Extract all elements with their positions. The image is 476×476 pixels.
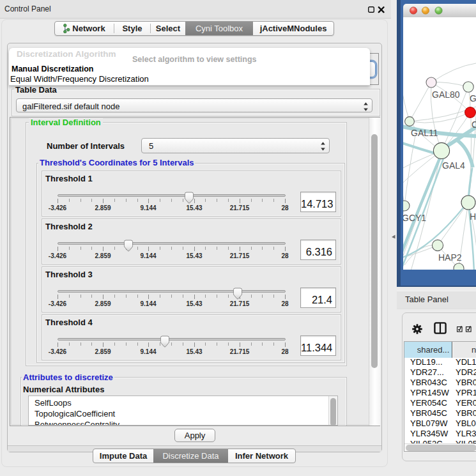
svg-text:C: C xyxy=(472,119,476,130)
svg-text:GAL80: GAL80 xyxy=(432,89,460,100)
svg-text:GCY1: GCY1 xyxy=(403,213,426,223)
svg-text:GA: GA xyxy=(470,93,476,104)
svg-text:GAL4: GAL4 xyxy=(442,160,465,171)
svg-text:GAL11: GAL11 xyxy=(411,128,438,138)
svg-text:H: H xyxy=(470,211,476,222)
svg-text:HAP2: HAP2 xyxy=(438,252,462,263)
